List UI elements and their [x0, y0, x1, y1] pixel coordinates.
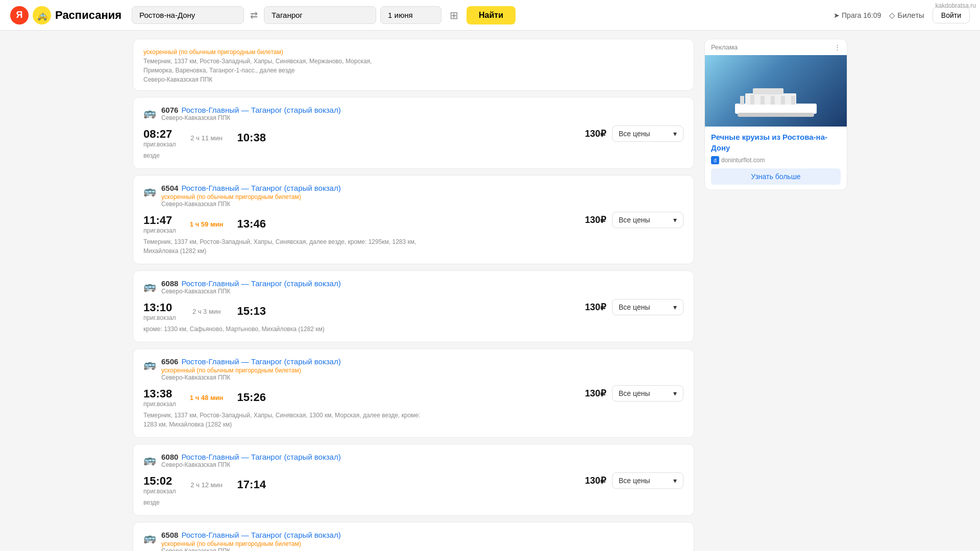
partial-content: ускоренный (по обычным пригородным билет… [143, 47, 683, 84]
accelerated-label: ускоренный (по обычным пригородным билет… [161, 367, 683, 374]
header-time: 16:09 [863, 11, 881, 19]
arrive-time: 17:14 [237, 478, 268, 491]
operator: Северо-Кавказская ППК [161, 114, 683, 121]
price: 130₽ [585, 388, 606, 399]
arrive-block: 15:26 [237, 391, 268, 404]
train-number: 6504 [161, 184, 178, 192]
dropdown-chevron-icon: ▾ [673, 477, 677, 485]
price-dropdown[interactable]: Все цены ▾ [612, 299, 683, 315]
dropdown-chevron-icon: ▾ [673, 389, 677, 397]
arrive-block: 17:14 [237, 478, 268, 491]
depart-block: 13:10 приг.вокзал [143, 301, 176, 321]
train-route[interactable]: Ростов-Главный — Таганрог (старый вокзал… [181, 453, 340, 461]
svg-rect-8 [781, 96, 785, 105]
tickets-link[interactable]: ◇ Билеты [889, 11, 924, 20]
depart-block: 15:02 приг.вокзал [143, 474, 176, 495]
train-card-body: 13:38 приг.вокзал 1 ч 48 мин 15:26 Темер… [143, 385, 683, 429]
train-number-route: 6508 Ростов-Главный — Таганрог (старый в… [161, 531, 683, 539]
price-dropdown[interactable]: Все цены ▾ [612, 126, 683, 142]
ad-content: Речные круизы из Ростова-на-Дону d donin… [705, 127, 847, 190]
depart-time: 11:47 [143, 214, 176, 227]
train-card-body: 13:10 приг.вокзал 2 ч 3 мин 15:13 кроме:… [143, 299, 683, 334]
train-header: 🚌 6076 Ростов-Главный — Таганрог (старый… [143, 106, 683, 121]
depart-sub: приг.вокзал [143, 141, 176, 148]
arrive-block: 13:46 [237, 217, 268, 231]
depart-time: 13:10 [143, 301, 176, 314]
find-button[interactable]: Найти [467, 6, 516, 24]
tickets-icon: ◇ [889, 11, 895, 20]
train-icon: 🚌 [143, 358, 156, 370]
train-card-body: 15:02 приг.вокзал 2 ч 12 мин 17:14 везде… [143, 472, 683, 507]
train-card: 🚌 6088 Ростов-Главный — Таганрог (старый… [133, 270, 694, 342]
train-info: 6508 Ростов-Главный — Таганрог (старый в… [161, 531, 683, 551]
price-block: 130₽ Все цены ▾ [585, 472, 683, 489]
train-number: 6088 [161, 279, 178, 288]
ad-header: Реклама ⋮ [705, 39, 847, 55]
train-info: 6076 Ростов-Главный — Таганрог (старый в… [161, 106, 683, 121]
train-number-route: 6080 Ростов-Главный — Таганрог (старый в… [161, 453, 683, 461]
ad-title: Речные круизы из Ростова-на-Дону [711, 132, 841, 153]
price-label: Все цены [619, 477, 650, 485]
stops-info: кроме: 1330 км, Сафьяново, Мартыново, Ми… [143, 324, 429, 334]
train-route[interactable]: Ростов-Главный — Таганрог (старый вокзал… [181, 106, 340, 114]
train-info: 6504 Ростов-Главный — Таганрог (старый в… [161, 184, 683, 208]
train-icon: 🚌 [143, 454, 156, 466]
operator: Северо-Кавказская ППК [161, 201, 683, 208]
svg-rect-3 [738, 113, 814, 117]
arrive-time: 15:13 [237, 305, 268, 318]
svg-rect-2 [753, 88, 783, 94]
train-card-body: 11:47 приг.вокзал 1 ч 59 мин 13:46 Темер… [143, 212, 683, 256]
svg-rect-4 [740, 96, 744, 105]
train-left: 13:10 приг.вокзал 2 ч 3 мин 15:13 кроме:… [143, 299, 575, 334]
train-route[interactable]: Ростов-Главный — Таганрог (старый вокзал… [181, 184, 340, 192]
train-cards-container: 🚌 6076 Ростов-Главный — Таганрог (старый… [133, 97, 694, 551]
ad-block: Реклама ⋮ Речные круизы из Р [704, 39, 847, 190]
train-number-route: 6088 Ростов-Главный — Таганрог (старый в… [161, 279, 683, 288]
swap-button[interactable]: ⇄ [248, 8, 260, 23]
depart-time: 08:27 [143, 128, 176, 141]
train-number: 6080 [161, 453, 178, 461]
ad-cta-button[interactable]: Узнать больше [711, 168, 841, 185]
train-card: 🚌 6506 Ростов-Главный — Таганрог (старый… [133, 348, 694, 438]
to-input[interactable] [264, 6, 376, 24]
train-header: 🚌 6088 Ростов-Главный — Таганрог (старый… [143, 279, 683, 295]
price-label: Все цены [619, 303, 650, 311]
from-input[interactable] [132, 6, 244, 24]
date-input[interactable] [380, 6, 442, 24]
ad-more-icon[interactable]: ⋮ [834, 43, 841, 51]
sidebar-section: Реклама ⋮ Речные круизы из Р [704, 39, 847, 551]
svg-rect-5 [750, 95, 754, 105]
depart-sub: приг.вокзал [143, 314, 176, 321]
price-dropdown[interactable]: Все цены ▾ [612, 472, 683, 489]
partial-accelerated: ускоренный (по обычным пригородным билет… [143, 48, 283, 56]
city-name: Прага [842, 11, 861, 19]
price: 130₽ [585, 214, 606, 226]
train-route[interactable]: Ростов-Главный — Таганрог (старый вокзал… [181, 279, 340, 288]
duration: 1 ч 48 мин [186, 394, 227, 402]
price-dropdown[interactable]: Все цены ▾ [612, 385, 683, 402]
train-number-route: 6504 Ростов-Главный — Таганрог (старый в… [161, 184, 683, 192]
train-times: 13:38 приг.вокзал 1 ч 48 мин 15:26 [143, 387, 575, 408]
train-number: 6508 [161, 531, 178, 539]
train-route[interactable]: Ростов-Главный — Таганрог (старый вокзал… [181, 357, 340, 366]
price-dropdown[interactable]: Все цены ▾ [612, 212, 683, 228]
train-number: 6076 [161, 106, 178, 114]
svg-rect-9 [791, 96, 795, 105]
search-bar: ⇄ ⊞ Найти [132, 6, 489, 24]
depart-sub: приг.вокзал [143, 488, 176, 495]
train-left: 08:27 приг.вокзал 2 ч 11 мин 10:38 везде [143, 126, 575, 160]
train-info: 6088 Ростов-Главный — Таганрог (старый в… [161, 279, 683, 295]
train-icon: 🚌 [143, 185, 156, 197]
price: 130₽ [585, 475, 606, 486]
price: 130₽ [585, 128, 606, 139]
dropdown-chevron-icon: ▾ [673, 303, 677, 311]
price-block: 130₽ Все цены ▾ [585, 126, 683, 142]
price-block: 130₽ Все цены ▾ [585, 212, 683, 228]
partial-card: ускоренный (по обычным пригородным билет… [133, 39, 694, 91]
svg-rect-7 [771, 96, 775, 105]
grid-button[interactable]: ⊞ [446, 7, 462, 23]
ya-logo: Я [10, 6, 29, 24]
train-left: 13:38 приг.вокзал 1 ч 48 мин 15:26 Темер… [143, 385, 575, 429]
train-route[interactable]: Ростов-Главный — Таганрог (старый вокзал… [181, 531, 340, 539]
operator: Северо-Кавказская ППК [161, 461, 683, 468]
